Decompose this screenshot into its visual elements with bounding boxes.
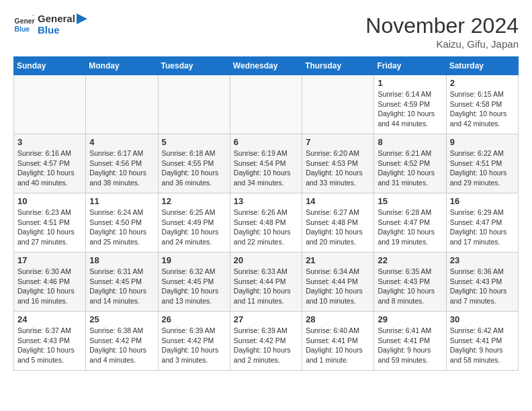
day-number: 8 <box>378 137 442 147</box>
weekday-header-wednesday: Wednesday <box>230 57 302 75</box>
day-info: Sunrise: 6:18 AM Sunset: 4:55 PM Dayligh… <box>162 148 226 188</box>
weekday-header-friday: Friday <box>374 57 446 75</box>
calendar-table: SundayMondayTuesdayWednesdayThursdayFrid… <box>13 56 519 371</box>
day-number: 16 <box>450 196 515 206</box>
calendar-cell <box>158 75 230 134</box>
day-number: 19 <box>162 255 226 265</box>
day-number: 2 <box>450 78 515 88</box>
svg-text:Blue: Blue <box>15 25 30 32</box>
calendar-cell: 3Sunrise: 6:16 AM Sunset: 4:57 PM Daylig… <box>14 134 86 193</box>
day-number: 11 <box>89 196 154 206</box>
day-info: Sunrise: 6:27 AM Sunset: 4:48 PM Dayligh… <box>306 208 370 247</box>
day-number: 15 <box>378 196 442 206</box>
calendar-week-5: 24Sunrise: 6:37 AM Sunset: 4:43 PM Dayli… <box>14 312 519 371</box>
calendar-cell <box>302 75 374 134</box>
day-info: Sunrise: 6:29 AM Sunset: 4:47 PM Dayligh… <box>450 208 515 247</box>
calendar-cell: 26Sunrise: 6:39 AM Sunset: 4:42 PM Dayli… <box>158 312 230 371</box>
logo-flag-icon <box>75 13 89 28</box>
weekday-header-sunday: Sunday <box>14 57 86 75</box>
logo: General Blue General Blue <box>13 13 89 36</box>
day-info: Sunrise: 6:21 AM Sunset: 4:52 PM Dayligh… <box>378 148 442 188</box>
day-number: 28 <box>306 314 370 324</box>
calendar-cell <box>230 75 302 134</box>
day-number: 9 <box>450 137 515 147</box>
calendar-cell: 13Sunrise: 6:26 AM Sunset: 4:48 PM Dayli… <box>230 193 302 253</box>
day-info: Sunrise: 6:15 AM Sunset: 4:58 PM Dayligh… <box>450 89 515 129</box>
day-info: Sunrise: 6:39 AM Sunset: 4:42 PM Dayligh… <box>234 326 298 365</box>
calendar-cell: 16Sunrise: 6:29 AM Sunset: 4:47 PM Dayli… <box>446 193 518 253</box>
calendar-cell: 15Sunrise: 6:28 AM Sunset: 4:47 PM Dayli… <box>374 193 446 253</box>
day-number: 6 <box>234 137 298 147</box>
day-info: Sunrise: 6:40 AM Sunset: 4:41 PM Dayligh… <box>306 326 370 365</box>
calendar-cell: 28Sunrise: 6:40 AM Sunset: 4:41 PM Dayli… <box>302 312 374 371</box>
calendar-cell: 9Sunrise: 6:22 AM Sunset: 4:51 PM Daylig… <box>446 134 518 193</box>
calendar-cell: 11Sunrise: 6:24 AM Sunset: 4:50 PM Dayli… <box>86 193 158 253</box>
day-info: Sunrise: 6:33 AM Sunset: 4:44 PM Dayligh… <box>234 267 298 306</box>
day-number: 25 <box>89 314 154 324</box>
day-number: 22 <box>378 255 442 265</box>
day-number: 18 <box>89 255 154 265</box>
weekday-header-monday: Monday <box>86 57 158 75</box>
calendar-cell: 21Sunrise: 6:34 AM Sunset: 4:44 PM Dayli… <box>302 253 374 312</box>
logo-blue: Blue <box>38 25 75 36</box>
day-info: Sunrise: 6:39 AM Sunset: 4:42 PM Dayligh… <box>162 326 226 365</box>
calendar-cell: 14Sunrise: 6:27 AM Sunset: 4:48 PM Dayli… <box>302 193 374 253</box>
day-info: Sunrise: 6:37 AM Sunset: 4:43 PM Dayligh… <box>17 326 82 365</box>
day-info: Sunrise: 6:35 AM Sunset: 4:43 PM Dayligh… <box>378 267 442 306</box>
day-info: Sunrise: 6:32 AM Sunset: 4:45 PM Dayligh… <box>162 267 226 306</box>
calendar-cell <box>86 75 158 134</box>
day-number: 14 <box>306 196 370 206</box>
day-number: 27 <box>234 314 298 324</box>
calendar-cell: 22Sunrise: 6:35 AM Sunset: 4:43 PM Dayli… <box>374 253 446 312</box>
day-info: Sunrise: 6:26 AM Sunset: 4:48 PM Dayligh… <box>234 208 298 247</box>
day-info: Sunrise: 6:36 AM Sunset: 4:43 PM Dayligh… <box>450 267 515 306</box>
month-title: November 2024 <box>365 13 519 38</box>
calendar-cell: 27Sunrise: 6:39 AM Sunset: 4:42 PM Dayli… <box>230 312 302 371</box>
day-info: Sunrise: 6:42 AM Sunset: 4:41 PM Dayligh… <box>450 326 515 365</box>
svg-marker-3 <box>77 13 87 24</box>
day-info: Sunrise: 6:19 AM Sunset: 4:54 PM Dayligh… <box>234 148 298 188</box>
day-number: 24 <box>17 314 82 324</box>
calendar-header: SundayMondayTuesdayWednesdayThursdayFrid… <box>14 57 519 75</box>
day-number: 4 <box>89 137 154 147</box>
calendar-cell: 18Sunrise: 6:31 AM Sunset: 4:45 PM Dayli… <box>86 253 158 312</box>
day-number: 13 <box>234 196 298 206</box>
calendar-cell: 25Sunrise: 6:38 AM Sunset: 4:42 PM Dayli… <box>86 312 158 371</box>
location-label: Kaizu, Gifu, Japan <box>365 38 519 50</box>
day-info: Sunrise: 6:17 AM Sunset: 4:56 PM Dayligh… <box>89 148 154 188</box>
page-header: General Blue General Blue November 2024 … <box>13 13 519 50</box>
calendar-cell: 5Sunrise: 6:18 AM Sunset: 4:55 PM Daylig… <box>158 134 230 193</box>
logo-general: General <box>38 13 75 25</box>
day-number: 20 <box>234 255 298 265</box>
day-number: 23 <box>450 255 515 265</box>
title-area: November 2024 Kaizu, Gifu, Japan <box>365 13 519 50</box>
day-info: Sunrise: 6:24 AM Sunset: 4:50 PM Dayligh… <box>89 208 154 247</box>
calendar-cell: 30Sunrise: 6:42 AM Sunset: 4:41 PM Dayli… <box>446 312 518 371</box>
day-info: Sunrise: 6:14 AM Sunset: 4:59 PM Dayligh… <box>378 89 442 129</box>
day-info: Sunrise: 6:38 AM Sunset: 4:42 PM Dayligh… <box>89 326 154 365</box>
day-info: Sunrise: 6:41 AM Sunset: 4:41 PM Dayligh… <box>378 326 442 365</box>
day-number: 26 <box>162 314 226 324</box>
calendar-cell: 7Sunrise: 6:20 AM Sunset: 4:53 PM Daylig… <box>302 134 374 193</box>
day-number: 5 <box>162 137 226 147</box>
calendar-week-2: 3Sunrise: 6:16 AM Sunset: 4:57 PM Daylig… <box>14 134 519 193</box>
day-number: 30 <box>450 314 515 324</box>
weekday-header-thursday: Thursday <box>302 57 374 75</box>
day-number: 12 <box>162 196 226 206</box>
calendar-cell: 1Sunrise: 6:14 AM Sunset: 4:59 PM Daylig… <box>374 75 446 134</box>
day-info: Sunrise: 6:34 AM Sunset: 4:44 PM Dayligh… <box>306 267 370 306</box>
calendar-cell: 24Sunrise: 6:37 AM Sunset: 4:43 PM Dayli… <box>14 312 86 371</box>
weekday-header-tuesday: Tuesday <box>158 57 230 75</box>
calendar-cell: 8Sunrise: 6:21 AM Sunset: 4:52 PM Daylig… <box>374 134 446 193</box>
calendar-week-3: 10Sunrise: 6:23 AM Sunset: 4:51 PM Dayli… <box>14 193 519 253</box>
day-number: 7 <box>306 137 370 147</box>
day-number: 29 <box>378 314 442 324</box>
calendar-week-4: 17Sunrise: 6:30 AM Sunset: 4:46 PM Dayli… <box>14 253 519 312</box>
day-info: Sunrise: 6:28 AM Sunset: 4:47 PM Dayligh… <box>378 208 442 247</box>
day-info: Sunrise: 6:30 AM Sunset: 4:46 PM Dayligh… <box>17 267 82 306</box>
day-info: Sunrise: 6:20 AM Sunset: 4:53 PM Dayligh… <box>306 148 370 188</box>
day-info: Sunrise: 6:25 AM Sunset: 4:49 PM Dayligh… <box>162 208 226 247</box>
svg-marker-2 <box>32 14 34 15</box>
weekday-header-saturday: Saturday <box>446 57 518 75</box>
day-number: 10 <box>17 196 82 206</box>
